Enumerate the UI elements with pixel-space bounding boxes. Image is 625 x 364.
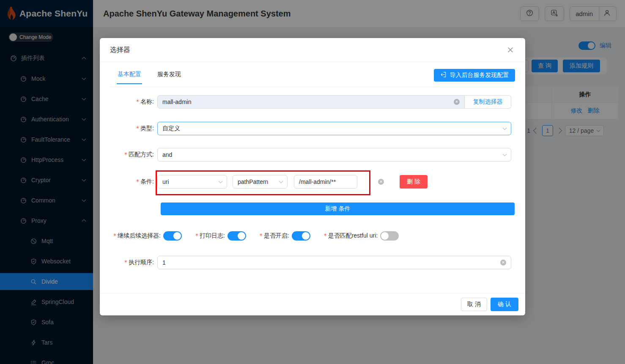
chevron-down-icon bbox=[279, 179, 283, 183]
condition-value-input[interactable] bbox=[299, 175, 376, 188]
clear-icon[interactable] bbox=[454, 99, 460, 105]
cancel-button[interactable]: 取 消 bbox=[461, 298, 487, 311]
import-discovery-config-button[interactable]: 导入后台服务发现配置 bbox=[434, 69, 515, 82]
form-row-match: 匹配方式: and bbox=[110, 148, 515, 161]
match-restful-toggle[interactable] bbox=[380, 231, 399, 241]
form-row-switches: 继续后续选择器: 打印日志: 是否开启: 是否匹配restful uri: bbox=[110, 231, 515, 241]
tab-service-discovery[interactable]: 服务发现 bbox=[156, 69, 182, 83]
print-log-group: 打印日志: bbox=[195, 231, 246, 241]
continued-selector-group: 继续后续选择器: bbox=[113, 231, 182, 241]
chevron-down-icon bbox=[503, 126, 507, 130]
enabled-toggle[interactable] bbox=[292, 231, 310, 241]
form-row-order: 执行顺序: bbox=[110, 256, 515, 269]
continued-selector-label: 继续后续选择器: bbox=[113, 232, 161, 240]
modal-body: 基本配置 服务发现 导入后台服务发现配置 名称: 复制选择器 bbox=[100, 62, 525, 293]
order-field-wrap bbox=[157, 256, 511, 269]
clear-icon[interactable] bbox=[378, 179, 384, 185]
condition-value-wrap bbox=[294, 175, 357, 189]
selector-modal: 选择器 基本配置 服务发现 导入后台服务发现配置 名称: bbox=[100, 38, 525, 315]
type-select[interactable]: 自定义 bbox=[157, 122, 511, 135]
type-label: 类型: bbox=[110, 125, 157, 132]
enabled-label: 是否开启: bbox=[260, 232, 289, 240]
switch-knob bbox=[381, 232, 389, 240]
import-icon bbox=[440, 71, 447, 79]
condition-operator-value: pathPattern bbox=[238, 178, 268, 185]
name-field-wrap bbox=[157, 95, 465, 109]
match-select-value: and bbox=[162, 151, 172, 158]
confirm-button[interactable]: 确 认 bbox=[491, 298, 518, 311]
name-label: 名称: bbox=[110, 98, 157, 106]
match-restful-group: 是否匹配restful uri: bbox=[324, 231, 399, 241]
import-button-label: 导入后台服务发现配置 bbox=[450, 71, 509, 79]
form-row-type: 类型: 自定义 bbox=[110, 122, 515, 135]
tab-basic-config[interactable]: 基本配置 bbox=[117, 69, 142, 84]
type-select-value: 自定义 bbox=[162, 125, 180, 132]
order-input[interactable] bbox=[162, 256, 497, 269]
chevron-down-icon bbox=[503, 152, 507, 156]
clear-icon[interactable] bbox=[500, 260, 506, 265]
order-label: 执行顺序: bbox=[110, 259, 157, 266]
condition-operator-select[interactable]: pathPattern bbox=[233, 175, 288, 189]
app-root: Apache ShenYu Change Mode 插件列表 Mock Cach bbox=[0, 0, 625, 364]
form-row-condition: 条件: uri pathPattern 删 除 bbox=[110, 175, 515, 189]
switch-knob bbox=[238, 232, 245, 240]
close-icon[interactable] bbox=[506, 45, 515, 55]
copy-selector-button[interactable]: 复制选择器 bbox=[465, 95, 511, 109]
modal-title: 选择器 bbox=[110, 46, 130, 55]
switch-knob bbox=[173, 232, 181, 240]
form-row-name: 名称: 复制选择器 bbox=[110, 95, 515, 109]
add-condition-button[interactable]: 新增 条件 bbox=[161, 203, 515, 215]
modal-header: 选择器 bbox=[100, 38, 525, 62]
enabled-group: 是否开启: bbox=[260, 231, 310, 241]
match-select[interactable]: and bbox=[157, 148, 511, 161]
condition-label: 条件: bbox=[110, 178, 157, 186]
print-log-toggle[interactable] bbox=[228, 231, 246, 241]
match-label: 匹配方式: bbox=[110, 151, 157, 159]
continued-selector-toggle[interactable] bbox=[163, 231, 182, 241]
tab-bar: 基本配置 服务发现 导入后台服务发现配置 bbox=[110, 69, 515, 87]
match-restful-label: 是否匹配restful uri: bbox=[324, 232, 378, 240]
delete-condition-button[interactable]: 删 除 bbox=[400, 175, 428, 189]
switch-knob bbox=[302, 232, 310, 240]
print-log-label: 打印日志: bbox=[195, 232, 225, 240]
condition-param-select[interactable]: uri bbox=[157, 175, 227, 189]
condition-param-value: uri bbox=[162, 178, 169, 185]
name-input[interactable] bbox=[162, 96, 450, 108]
modal-footer: 取 消 确 认 bbox=[100, 293, 525, 315]
chevron-down-icon bbox=[219, 179, 223, 183]
name-input-group: 复制选择器 bbox=[157, 95, 511, 109]
